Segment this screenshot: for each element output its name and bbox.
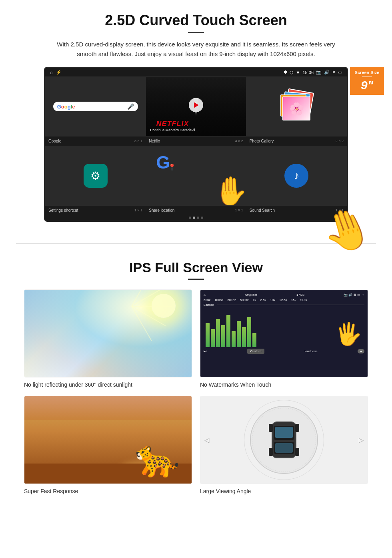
gear-icon: ⚙	[90, 169, 100, 183]
dot-2	[193, 217, 195, 219]
car-visual: ◁ ▷	[200, 396, 368, 484]
amp-balance-row: Balance	[204, 303, 364, 306]
close-icon: ✕	[332, 70, 336, 75]
freq-sub: SUB	[300, 298, 307, 302]
section1-description: With 2.5D curved-display screen, this de…	[56, 40, 336, 59]
google-app-cell[interactable]: Google 🎤	[45, 76, 146, 136]
sunlight-label: No light reflecting under 360° direct su…	[24, 381, 192, 388]
sunlight-image	[24, 289, 192, 377]
amp-toggle[interactable]: ●	[358, 349, 364, 353]
feature-car: ◁ ▷ Large Viewing Angle	[200, 396, 368, 494]
freq-15k: 15k	[291, 298, 296, 302]
netflix-brand: NETFLIX	[150, 120, 195, 128]
settings-app-cell[interactable]: ⚙	[45, 146, 146, 206]
amp-hand-icon: 🖐	[335, 321, 362, 347]
amplifier-image: ⌂ Amplifier 17:33 📷 🔊 ⊠ ▭ → 60hz 100hz 2…	[200, 289, 368, 377]
sun-rays	[104, 290, 184, 370]
freq-2k5: 2.5k	[260, 298, 266, 302]
google-label: Google 3 × 1	[45, 138, 146, 144]
google-logo: Google	[57, 104, 75, 110]
freq-10k: 10k	[270, 298, 275, 302]
amp-custom-btn: Custom	[247, 349, 265, 354]
status-left: ⌂ ⚡	[50, 70, 62, 75]
freq-200: 200hz	[227, 298, 236, 302]
window-icon: ▭	[338, 70, 342, 75]
amp-prev-icon: ⏮	[204, 349, 207, 353]
clock: 15:06	[302, 70, 314, 75]
cheetah-image: 🐆	[24, 396, 192, 484]
google-maps-icon: G 📍	[156, 152, 176, 173]
amplifier-visual: ⌂ Amplifier 17:33 📷 🔊 ⊠ ▭ → 60hz 100hz 2…	[200, 290, 368, 377]
balance-line	[217, 305, 364, 305]
freq-1k: 1k	[253, 298, 256, 302]
photo-stack: 🌸	[280, 90, 312, 122]
section1-title: 2.5D Curved Touch Screen	[24, 12, 368, 29]
app-grid-row1: Google 🎤 🕴 NETFLIX Continue Marv	[45, 76, 347, 136]
badge-divider	[362, 76, 372, 77]
location-icon: ◎	[290, 70, 294, 75]
map-pin: 📍	[168, 163, 176, 171]
settings-label: Settings shortcut 1 × 1	[45, 207, 146, 213]
music-note-icon: ♪	[294, 169, 299, 182]
photo-card-main: 🌸	[282, 96, 310, 120]
car-image: ◁ ▷	[200, 396, 368, 484]
amp-loudness-label: loudness	[305, 349, 318, 353]
freq-100: 100hz	[214, 298, 223, 302]
amp-icons: 📷 🔊 ⊠ ▭ →	[344, 293, 364, 297]
screen-size-badge: Screen Size 9"	[350, 67, 384, 95]
badge-size-value: 9"	[352, 78, 382, 92]
home-icon: ⌂	[50, 70, 53, 75]
amplifier-label: No Watermarks When Touch	[200, 381, 368, 388]
share-location-cell[interactable]: G 📍 🤚	[146, 146, 246, 206]
amp-title: Amplifier	[245, 293, 257, 297]
hand-pointing-icon: 🤚	[213, 175, 246, 206]
google-mic-icon[interactable]: 🎤	[127, 103, 134, 110]
camera-icon: 📷	[316, 70, 322, 75]
bar-1	[206, 323, 210, 347]
section2-divider	[188, 279, 204, 280]
netflix-app-cell[interactable]: 🕴 NETFLIX Continue Marvel's Daredevil	[146, 76, 246, 136]
device-screen: ⌂ ⚡ ✱ ◎ ▼ 15:06 📷 🔊 ✕ ▭	[44, 67, 348, 222]
car-inner-ring	[252, 408, 316, 472]
section2-title: IPS Full Screen View	[24, 260, 368, 275]
sky-gradient	[24, 396, 192, 420]
netflix-label-text: Netflix 3 × 2	[146, 138, 246, 144]
wifi-icon: ▼	[296, 70, 300, 75]
freq-60: 60hz	[204, 298, 210, 302]
netflix-subtitle: Continue Marvel's Daredevil	[150, 128, 195, 132]
feature-sunlight: No light reflecting under 360° direct su…	[24, 289, 192, 388]
feature-amplifier: ⌂ Amplifier 17:33 📷 🔊 ⊠ ▭ → 60hz 100hz 2…	[200, 289, 368, 388]
flower-emoji: 🌸	[289, 102, 304, 116]
section-curved-touch: 2.5D Curved Touch Screen With 2.5D curve…	[0, 0, 392, 231]
freq-500: 500hz	[240, 298, 249, 302]
netflix-play-button[interactable]	[189, 98, 203, 112]
cheetah-visual: 🐆	[24, 396, 192, 484]
cheetah-emoji: 🐆	[135, 438, 180, 480]
google-search-bar[interactable]: Google 🎤	[53, 102, 138, 111]
bar-5	[226, 315, 230, 347]
ray1	[132, 306, 172, 307]
photo-gallery-label: Photo Gallery 2 × 2	[246, 138, 347, 144]
bar-7	[237, 321, 241, 347]
app-labels-row1: Google 3 × 1 Netflix 3 × 2 Photo Gallery…	[45, 136, 347, 146]
feature-cheetah: 🐆 Super Fast Response	[24, 396, 192, 494]
bar-8	[242, 327, 246, 347]
volume-icon: 🔊	[324, 70, 330, 75]
sunlight-visual	[24, 290, 192, 377]
balance-label: Balance	[204, 303, 216, 306]
netflix-label: NETFLIX Continue Marvel's Daredevil	[150, 120, 195, 132]
photo-gallery-cell[interactable]: 🌸	[246, 76, 347, 136]
sound-icon-bg: ♪	[284, 164, 308, 188]
share-label: Share location 1 × 1	[146, 207, 246, 213]
amp-home-icon: ⌂	[204, 293, 206, 297]
app-grid-row2: ⚙ G 📍 🤚 ♪	[45, 146, 347, 206]
app-labels-row2: Settings shortcut 1 × 1 Share location 1…	[45, 206, 347, 215]
amp-freq-labels: 60hz 100hz 200hz 500hz 1k 2.5k 10k 12.5k…	[204, 298, 364, 302]
badge-label: Screen Size	[352, 70, 382, 75]
amp-footer: ⏮ Custom loudness ●	[204, 349, 364, 354]
sound-search-cell[interactable]: ♪	[246, 146, 347, 206]
settings-icon-bg: ⚙	[84, 164, 108, 188]
car-label: Large Viewing Angle	[200, 488, 368, 494]
freq-12k5: 12.5k	[279, 298, 287, 302]
section-divider	[16, 243, 376, 244]
